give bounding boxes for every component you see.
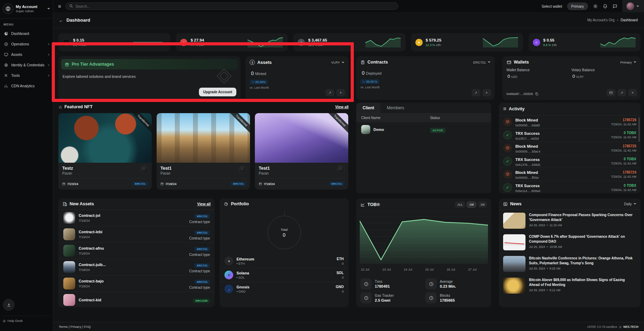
nft-image: Transferred [58, 113, 152, 163]
token-stat-card-bnb[interactable]: ◈ $ 579.25 12.3 % 24h [411, 33, 523, 51]
activity-hash: 0x5e114.....808a4 [515, 189, 540, 193]
activity-row[interactable]: ✓ TRX Success0x6137b.....938d1 0 TOBX7/2… [499, 155, 641, 168]
asset-list-item[interactable]: Contract-bajo7/18/24 ERC721Contract type [58, 275, 215, 292]
contracts-type-dropdown[interactable]: ERC721 [473, 60, 491, 64]
portfolio-title: Portfolio [231, 201, 249, 206]
activity-row[interactable]: ✓ TRX Success0x15f17.....4ef2d 0 TOBX7/2… [499, 129, 641, 142]
news-item[interactable]: Bitcoin Nashville Conference in Pictures… [499, 253, 641, 275]
token-stat-card-polygon[interactable]: ◇ $ 0.55 8.8 % 24h [529, 33, 641, 51]
news-frequency-dropdown[interactable]: Daily [624, 202, 636, 206]
news-thumbnail [503, 278, 525, 294]
help-desk-link[interactable]: ◎ Help Desk [3, 316, 50, 323]
range-button-1w[interactable]: 1W [467, 201, 476, 208]
topbar-actions: Select wallet Primary [542, 0, 644, 12]
assets-external-link-button[interactable]: ↗ [325, 89, 334, 96]
sidebar-item-operations[interactable]: Operations › [0, 39, 53, 49]
token-change: 12.3 % [426, 43, 435, 47]
wallet-primary-button[interactable]: Primary [567, 2, 588, 10]
client-table-row[interactable]: Demo ACTIVE [356, 122, 491, 137]
new-assets-view-all-link[interactable]: View all [197, 202, 210, 206]
chat-icon[interactable] [613, 4, 617, 9]
wallet-external-link-button[interactable]: ↗ [617, 89, 626, 96]
range-button-1m[interactable]: 1M [478, 201, 487, 208]
token-price: $ 0.55 [543, 38, 557, 42]
sidebar-item-tools[interactable]: Tools › [0, 70, 53, 81]
sidebar-item-cdn-analytics[interactable]: CDN Analytics [0, 81, 53, 91]
asset-list-item[interactable]: Contract-lebi7/19/24 ERC721Contract type [58, 226, 215, 243]
featured-nft-section: ☆ Featured NFT View all Transferred Test… [58, 103, 349, 193]
svg-text:23 Jul: 23 Jul [382, 268, 391, 271]
user-menu[interactable] [622, 0, 644, 12]
nft-card[interactable]: Transferred Test1 Pavan 7/19/24 ERC721 [157, 113, 250, 190]
tab-members[interactable]: Members [380, 103, 410, 113]
wallet-add-button[interactable]: + [628, 89, 637, 96]
bottom-row: New Assets View all Contract-jol7/19/24 … [58, 198, 641, 307]
hamburger-menu-icon[interactable]: ≡ [58, 3, 61, 9]
wallet-card-button[interactable] [607, 89, 615, 96]
search-input[interactable] [76, 4, 394, 8]
assets-summary-card: $ Assets VLRY 0Minted ↑↓ 00.00% vs. Last… [245, 56, 349, 100]
portfolio-row-gnosis[interactable]: ◞ Gnosis• GNO GNO0 [220, 282, 349, 296]
news-item[interactable]: Compound Finance Proposal Passes Sparkin… [499, 210, 641, 231]
middle-row: ☆ Featured NFT View all Transferred Test… [58, 103, 641, 193]
tab-client[interactable]: Client [356, 103, 380, 113]
sidebar-item-assets[interactable]: Assets › [0, 49, 53, 60]
assets-token-dropdown[interactable]: VLRY [331, 60, 344, 64]
dollar-circle-icon: $ [250, 60, 255, 65]
activity-row[interactable]: ✓ TRX Success0x5e114.....808a4 0 TOBX7/2… [499, 181, 641, 194]
news-item[interactable]: Bitcoin Above $69,000 as Inflation Shows… [499, 275, 641, 296]
activity-type: TRX Success [515, 131, 540, 135]
asset-list-item[interactable]: Contract-jol7/19/24 ERC721Contract type [58, 210, 215, 226]
token-stat-card-volary[interactable]: $ 0.15 0.0 % 24h [58, 33, 170, 51]
sidebar-item-identity-credentials[interactable]: Identity & Credentials › [0, 60, 53, 70]
sidebar-item-dashboard[interactable]: Dashboard [0, 28, 53, 39]
portfolio-row-solana[interactable]: ≡ Solana• SOL SOL0 [220, 268, 349, 282]
pie-chart-icon [3, 31, 8, 36]
upgrade-account-button[interactable]: Upgrade Account [199, 88, 236, 96]
activity-time: 7/29/24, 11:42 AM [611, 162, 636, 165]
activity-row[interactable]: Block Mined0x00000.....bdafd 17857267/29… [499, 116, 641, 129]
notifications-bell-icon[interactable] [603, 4, 608, 9]
activity-value: 1785724 [611, 170, 636, 174]
sidebar-footer: ◎ Help Desk [0, 299, 53, 323]
sidebar-item-label: Tools [11, 73, 45, 78]
activity-row[interactable]: Block Mined0x00000.....ff55e 17857247/29… [499, 168, 641, 181]
featured-nft-view-all-link[interactable]: View all [335, 105, 349, 109]
asset-name: Contract-lebi [79, 230, 102, 234]
footer-links[interactable]: Terms | Privacy | FAQ [59, 325, 91, 329]
wallets-card-title: Wallets [514, 60, 529, 65]
tob-stat-txns: Txns1780491 [360, 278, 422, 289]
news-item[interactable]: COMP Down 6.7% after Supposed 'Governanc… [499, 231, 641, 253]
asset-name: Contract-afnu [79, 246, 104, 250]
chevron-right-icon: › [48, 52, 49, 57]
download-button[interactable] [3, 299, 15, 311]
nft-image: Transferred [255, 113, 348, 163]
activity-scrollbar[interactable] [638, 117, 640, 142]
contracts-external-link-button[interactable]: ↗ [472, 89, 480, 96]
wallets-dropdown[interactable]: Primary [620, 60, 636, 64]
select-wallet-button[interactable]: Select wallet [542, 4, 562, 8]
asset-list-item[interactable]: Contract-juib...7/18/24 ERC721Contract t… [58, 259, 215, 275]
copy-icon[interactable] [535, 92, 538, 96]
search-bar[interactable] [65, 2, 398, 10]
asset-list-item[interactable]: Contract-afnu7/18/24 ERC721Contract type [58, 243, 215, 259]
token-stat-card-ethereum[interactable]: ♦ $ 3,467.65 13.1 % 24h [293, 33, 405, 51]
activity-row[interactable]: Block Mined0x00000.....58ac4 17857257/29… [499, 142, 641, 155]
wallets-summary-card: Wallets Primary Wallet Balance 0USD Vola… [502, 56, 641, 100]
news-time: 11:15 AM [550, 223, 562, 227]
main-content: $ 0.15 0.0 % 24h ▲ $ 27.94 7.7 % 24h ♦ $… [58, 28, 641, 307]
svg-text:25 Jul: 25 Jul [425, 268, 434, 271]
nft-card[interactable]: Transferred Testz Pavan 7/23/24 ERC721 [58, 113, 152, 190]
news-time: 8:25 AM [550, 267, 560, 270]
assets-add-button[interactable]: + [336, 89, 345, 96]
account-switcher[interactable]: My Account Super Admin [0, 0, 53, 19]
back-arrow-icon[interactable]: ← [59, 17, 64, 23]
token-stat-card-avalanche[interactable]: ▲ $ 27.94 7.7 % 24h [176, 33, 288, 51]
theme-toggle-sun-icon[interactable] [593, 4, 598, 9]
asset-list-item[interactable]: Contract-kid ERC1155 [58, 292, 215, 307]
breadcrumb-org[interactable]: My Account's Org [587, 18, 615, 22]
nft-card[interactable]: Transferred Test1 Pavan 7/19/24 ERC721 [255, 113, 348, 190]
range-button-all[interactable]: ALL [455, 201, 465, 208]
portfolio-row-ethereum[interactable]: ♦ Ethereum• ETH ETH0 [220, 254, 349, 268]
contracts-add-button[interactable]: + [482, 89, 491, 96]
